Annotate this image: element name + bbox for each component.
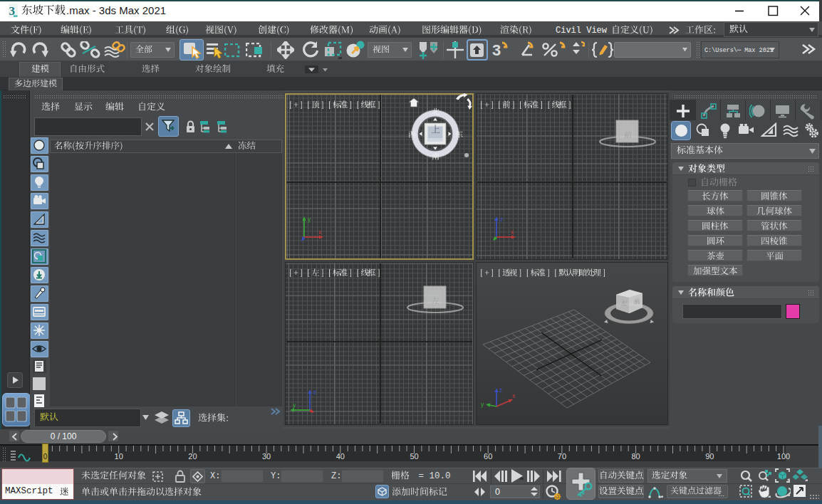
svg-text:z: z (499, 387, 502, 394)
svg-text:z: z (500, 216, 503, 223)
svg-text:z: z (313, 389, 316, 396)
svg-text:3: 3 (492, 41, 501, 59)
